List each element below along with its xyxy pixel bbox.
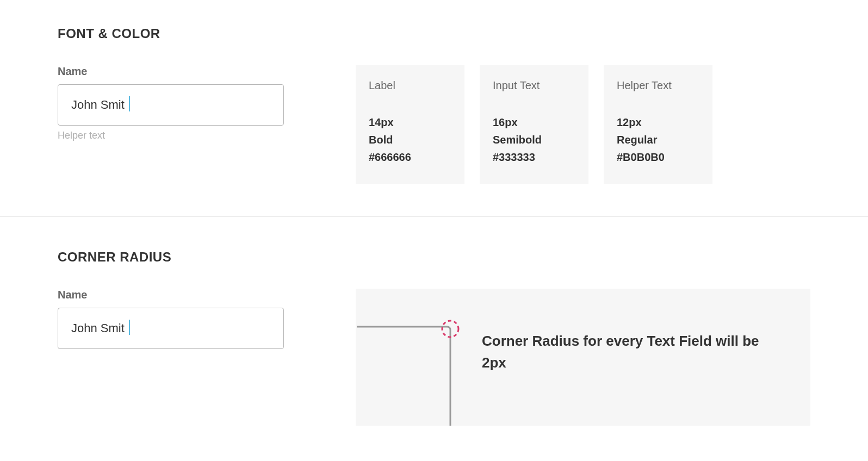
spec-card-title: Label	[369, 79, 451, 92]
helper-text: Helper text	[58, 130, 356, 141]
section-title-corner-radius: CORNER RADIUS	[58, 250, 810, 265]
text-cursor-icon	[129, 320, 130, 335]
spec-color: #B0B0B0	[617, 148, 699, 166]
spec-values: 14px Bold #666666	[369, 114, 451, 166]
spec-color: #333333	[493, 148, 575, 166]
field-label-2: Name	[58, 289, 356, 301]
spec-size: 16px	[493, 114, 575, 131]
name-input[interactable]: John Smit	[58, 84, 284, 126]
corner-radius-note: Corner Radius for every Text Field will …	[482, 330, 786, 374]
corner-radius-panel: Corner Radius for every Text Field will …	[356, 289, 810, 426]
section-title-font-color: FONT & COLOR	[58, 26, 810, 41]
spec-color: #666666	[369, 148, 451, 166]
example-field-column: Name John Smit Helper text	[58, 65, 356, 141]
spec-card-label: Label 14px Bold #666666	[356, 65, 464, 184]
spec-weight: Semibold	[493, 131, 575, 148]
name-input-value-2: John Smit	[71, 321, 128, 335]
svg-point-0	[442, 321, 458, 337]
name-input-value: John Smit	[71, 98, 128, 112]
section-font-color: FONT & COLOR Name John Smit Helper text …	[0, 26, 868, 216]
example-field-column-2: Name John Smit	[58, 289, 356, 349]
spec-card-helper-text: Helper Text 12px Regular #B0B0B0	[604, 65, 712, 184]
spec-size: 12px	[617, 114, 699, 131]
row-corner-radius: Name John Smit Corner Radius for every T…	[58, 289, 810, 426]
corner-highlight-icon	[441, 319, 460, 339]
spec-values: 16px Semibold #333333	[493, 114, 575, 166]
spec-weight: Bold	[369, 131, 451, 148]
field-label: Name	[58, 65, 356, 78]
section-corner-radius: CORNER RADIUS Name John Smit Corner Radi…	[0, 250, 868, 458]
name-input-2[interactable]: John Smit	[58, 308, 284, 349]
page: FONT & COLOR Name John Smit Helper text …	[0, 0, 868, 458]
divider	[0, 216, 868, 217]
spec-card-input-text: Input Text 16px Semibold #333333	[480, 65, 588, 184]
corner-frame-icon	[357, 326, 457, 426]
spec-weight: Regular	[617, 131, 699, 148]
spec-card-title: Helper Text	[617, 79, 699, 92]
spec-values: 12px Regular #B0B0B0	[617, 114, 699, 166]
spec-cards: Label 14px Bold #666666 Input Text 16px …	[356, 65, 712, 184]
spec-size: 14px	[369, 114, 451, 131]
spec-card-title: Input Text	[493, 79, 575, 92]
text-cursor-icon	[129, 96, 130, 111]
row-font-color: Name John Smit Helper text Label 14px Bo…	[58, 65, 810, 184]
